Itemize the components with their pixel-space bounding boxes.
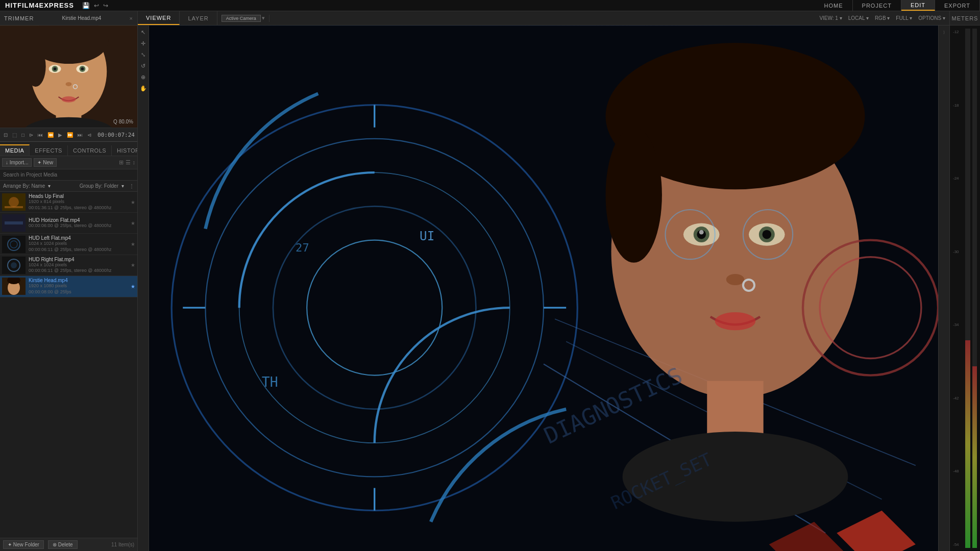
media-item-1-star[interactable]: ★	[131, 220, 135, 226]
thumb-1	[2, 214, 26, 232]
svg-text:27: 27	[296, 241, 309, 254]
svg-point-51	[699, 230, 704, 235]
meter-scale-0: -12	[953, 30, 963, 34]
trim-ctrl-step-fwd[interactable]: ⏩	[65, 131, 75, 139]
app-logo: HITFILM4EXPRESS	[0, 2, 79, 9]
media-item-3[interactable]: HUD Right Flat.mp4 1024 x 1024 pixels 00…	[0, 255, 137, 276]
logo-hitfilm: HITFILM	[5, 2, 35, 9]
thumb-4	[2, 278, 26, 295]
camera-dropdown-icon[interactable]: ▾	[262, 15, 265, 21]
trim-ctrl-2[interactable]: ⬚	[11, 131, 18, 139]
group-dropdown-icon[interactable]: ▾	[121, 183, 124, 189]
thumb-2	[2, 236, 26, 253]
meters-body: -12 -18 -24 -30 -34 -42 -48 -54	[950, 26, 980, 551]
rotate-tool[interactable]: ↺	[139, 61, 148, 70]
thumb-0	[2, 193, 26, 211]
meters-label: METERS	[950, 11, 980, 26]
meter-scale-4: -34	[953, 322, 963, 327]
tab-export[interactable]: EXPORT	[935, 0, 980, 11]
import-button[interactable]: ↓ Import...	[2, 158, 32, 167]
media-info-3: HUD Right Flat.mp4 1024 x 1024 pixels 00…	[29, 257, 128, 274]
tab-effects[interactable]: EFFECTS	[30, 145, 68, 156]
tab-home[interactable]: HOME	[815, 0, 853, 11]
hand-tool[interactable]: ✋	[139, 84, 148, 93]
svg-point-13	[62, 96, 76, 103]
grid-view-icon[interactable]: ⊞	[119, 159, 124, 166]
viewer-header: VIEWER LAYER Active Camera ▾ VIEW: 1 LOC…	[138, 11, 949, 26]
trimmer-time: 00:00:07:24	[97, 132, 135, 138]
undo-icon[interactable]: ↩	[94, 2, 99, 9]
logo-express: 4EXPRESS	[35, 2, 74, 9]
new-folder-button[interactable]: ✦ New Folder	[3, 540, 44, 549]
tab-edit[interactable]: EDIT	[901, 0, 935, 11]
item-count: 11 Item(s)	[111, 542, 134, 547]
media-item-3-star[interactable]: ★	[131, 262, 135, 268]
media-list: Heads Up Final 1920 x 814 pixels 00:01:3…	[0, 192, 137, 538]
svg-point-5	[26, 46, 46, 87]
tab-layer[interactable]: LAYER	[180, 11, 217, 25]
filter-count-icon[interactable]: ⋮	[129, 183, 134, 189]
local-option[interactable]: LOCAL	[848, 15, 869, 21]
full-option[interactable]: FULL	[896, 15, 912, 21]
svg-point-57	[715, 312, 756, 330]
move-tool[interactable]: ✛	[139, 39, 148, 48]
media-toolbar: ↓ Import... ✦ New ⊞ ☰ ↕	[0, 156, 137, 169]
arrange-dropdown-icon[interactable]: ▾	[48, 183, 51, 189]
active-camera-btn[interactable]: Active Camera	[222, 15, 261, 22]
media-meta1-2: 1024 x 1024 pixels	[29, 241, 128, 247]
delete-button[interactable]: ⊗ Delete	[48, 540, 78, 549]
meter-right-bar	[972, 366, 977, 548]
trimmer-header: TRIMMER Kirstie Head.mp4 ×	[0, 11, 137, 26]
trimmer-close[interactable]: ×	[130, 15, 133, 21]
svg-text:TH: TH	[262, 374, 278, 390]
trim-ctrl-end[interactable]: ⏭	[76, 131, 84, 139]
trimmer-preview: Q 80.0%	[0, 26, 137, 128]
viewer-right-btn-1[interactable]: ⟩	[940, 28, 949, 37]
thumb-3	[2, 257, 26, 274]
trim-ctrl-prev[interactable]: ⏮	[36, 131, 44, 139]
tab-viewer[interactable]: VIEWER	[138, 11, 180, 25]
media-item-0-star[interactable]: ★	[131, 199, 135, 205]
trimmer-controls: ⊡ ⬚ □ ⊳ ⏮ ⏪ ▶ ⏩ ⏭ ⊲ 00:00:07:24 ↻ 🔊	[0, 128, 137, 142]
top-nav: HITFILM4EXPRESS 💾 ↩ ↪ HOME PROJECT EDIT …	[0, 0, 980, 11]
pointer-tool[interactable]: ↖	[139, 28, 148, 37]
view-option[interactable]: VIEW: 1	[819, 15, 842, 21]
sort-icon[interactable]: ↕	[133, 159, 136, 166]
trim-ctrl-play[interactable]: ▶	[57, 131, 64, 139]
tab-media[interactable]: MEDIA	[0, 144, 30, 156]
options-option[interactable]: OPTIONS	[918, 15, 945, 21]
trim-ctrl-mark-out[interactable]: ⊲	[86, 131, 93, 139]
zoom-viewer-tool[interactable]: ⊕	[139, 72, 148, 82]
center-area: VIEWER LAYER Active Camera ▾ VIEW: 1 LOC…	[138, 11, 949, 551]
search-input[interactable]	[3, 172, 134, 178]
media-panel: MEDIA EFFECTS CONTROLS HISTORY TEXT ⚙ ↓ …	[0, 142, 137, 551]
media-meta1-3: 1024 x 1024 pixels	[29, 262, 128, 268]
media-item-1[interactable]: HUD Horizon Flat.mp4 00:00:06:00 @ 25fps…	[0, 213, 137, 234]
list-view-icon[interactable]: ☰	[126, 159, 131, 166]
trim-ctrl-1[interactable]: ⊡	[2, 131, 9, 139]
media-meta2-4: 00:00:08:00 @ 25fps	[29, 289, 128, 295]
media-item-0[interactable]: Heads Up Final 1920 x 814 pixels 00:01:3…	[0, 192, 137, 213]
tab-controls[interactable]: CONTROLS	[68, 145, 112, 156]
trim-ctrl-3[interactable]: □	[20, 131, 26, 139]
trim-ctrl-step-back[interactable]: ⏪	[46, 131, 55, 139]
tab-project[interactable]: PROJECT	[853, 0, 901, 11]
rgb-option[interactable]: RGB	[875, 15, 890, 21]
media-info-0: Heads Up Final 1920 x 814 pixels 00:01:3…	[29, 193, 128, 211]
media-item-2[interactable]: HUD Left Flat.mp4 1024 x 1024 pixels 00:…	[0, 234, 137, 255]
save-icon[interactable]: 💾	[82, 2, 90, 9]
scale-tool[interactable]: ⤡	[139, 50, 148, 59]
main-layout: TRIMMER Kirstie Head.mp4 ×	[0, 11, 980, 551]
svg-point-11	[81, 67, 84, 70]
media-item-2-star[interactable]: ★	[131, 241, 135, 247]
media-item-4-star[interactable]: ★	[131, 284, 135, 289]
media-name-1: HUD Horizon Flat.mp4	[29, 217, 128, 223]
redo-icon[interactable]: ↪	[103, 2, 108, 9]
meters-panel: METERS -12 -18 -24 -30 -34 -42 -48 -54	[949, 11, 980, 551]
new-button[interactable]: ✦ New	[34, 158, 57, 167]
media-name-2: HUD Left Flat.mp4	[29, 235, 128, 241]
tab-history[interactable]: HISTORY	[112, 145, 137, 156]
trim-ctrl-mark-in[interactable]: ⊳	[28, 131, 35, 139]
media-info-1: HUD Horizon Flat.mp4 00:00:06:00 @ 25fps…	[29, 217, 128, 229]
media-item-4[interactable]: Kirstie Head.mp4 980 x 551 pixels 00:0…	[0, 276, 137, 297]
